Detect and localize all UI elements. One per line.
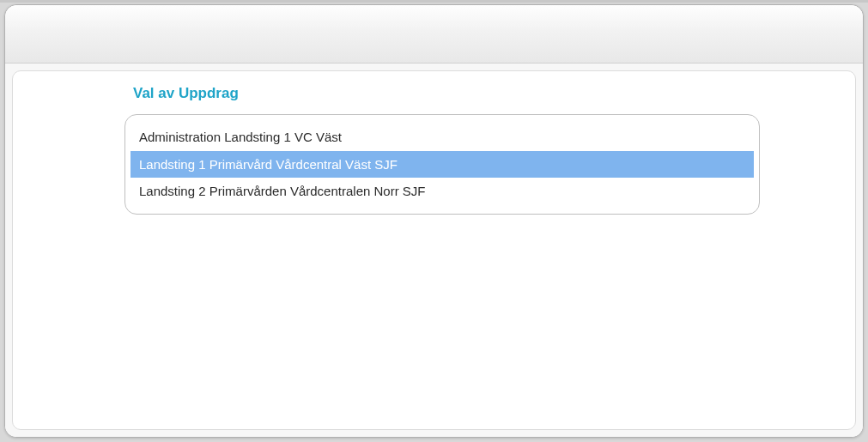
header-bar [5, 5, 863, 64]
assignment-item-selected[interactable]: Landsting 1 Primärvård Vårdcentral Väst … [131, 151, 754, 179]
assignment-item[interactable]: Landsting 2 Primärvården Vårdcentralen N… [131, 178, 754, 205]
assignment-item[interactable]: Administration Landsting 1 VC Väst [131, 124, 754, 151]
outer-panel: Val av Uppdrag Administration Landsting … [4, 4, 864, 438]
inner-panel: Val av Uppdrag Administration Landsting … [12, 70, 856, 430]
panel-title: Val av Uppdrag [133, 85, 848, 102]
content-area: Val av Uppdrag Administration Landsting … [5, 64, 863, 437]
assignment-list: Administration Landsting 1 VC Väst Lands… [124, 114, 760, 215]
window-top-strip [0, 0, 868, 3]
